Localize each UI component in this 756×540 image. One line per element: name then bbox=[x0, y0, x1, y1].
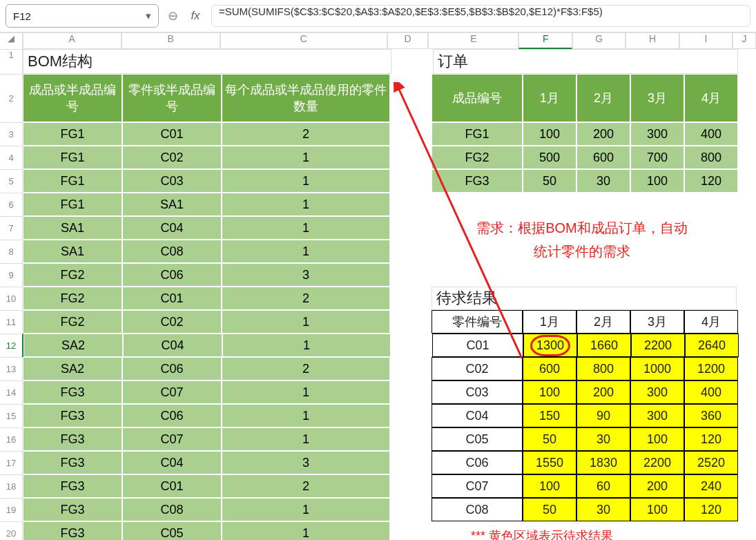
row-header-15[interactable]: 15 bbox=[0, 404, 23, 428]
cell-D19[interactable] bbox=[390, 498, 432, 521]
bom-r10-c[interactable]: 2 bbox=[222, 287, 390, 310]
result-r17-part[interactable]: C06 bbox=[432, 451, 523, 474]
bom-r9-a[interactable]: FG2 bbox=[23, 263, 122, 287]
bom-r5-a[interactable]: FG1 bbox=[23, 169, 122, 193]
col-header-C[interactable]: C bbox=[220, 32, 387, 49]
bom-r20-b[interactable]: C05 bbox=[122, 521, 222, 540]
orders-r5-g[interactable]: 30 bbox=[576, 169, 630, 193]
orders-header-2[interactable]: 2月 bbox=[576, 74, 630, 122]
result-r19-f[interactable]: 50 bbox=[523, 498, 576, 521]
result-r16-f[interactable]: 50 bbox=[523, 427, 576, 451]
cell-D7[interactable] bbox=[390, 216, 432, 240]
result-header-4[interactable]: 4月 bbox=[684, 310, 738, 334]
result-r12-g[interactable]: 1660 bbox=[577, 334, 631, 357]
bom-r3-c[interactable]: 2 bbox=[222, 122, 390, 146]
bom-r10-a[interactable]: FG2 bbox=[23, 287, 122, 310]
bom-r16-c[interactable]: 1 bbox=[222, 427, 390, 451]
result-header-3[interactable]: 3月 bbox=[630, 310, 684, 334]
bom-r4-c[interactable]: 1 bbox=[222, 146, 390, 169]
bom-r11-c[interactable]: 1 bbox=[222, 310, 390, 334]
orders-header-0[interactable]: 成品编号 bbox=[432, 74, 523, 122]
result-r18-i[interactable]: 240 bbox=[684, 474, 738, 498]
bom-r12-a[interactable]: SA2 bbox=[23, 334, 123, 357]
result-r19-part[interactable]: C08 bbox=[432, 498, 523, 521]
bom-r7-b[interactable]: C04 bbox=[122, 216, 222, 240]
col-header-D[interactable]: D bbox=[387, 32, 429, 49]
row-header-5[interactable]: 5 bbox=[0, 169, 23, 193]
cell-D1[interactable] bbox=[391, 49, 433, 74]
row-header-10[interactable]: 10 bbox=[0, 287, 23, 311]
orders-title[interactable]: 订单 bbox=[433, 49, 738, 74]
bom-r11-a[interactable]: FG2 bbox=[23, 310, 122, 334]
bom-r7-c[interactable]: 1 bbox=[222, 216, 390, 240]
orders-header-1[interactable]: 1月 bbox=[523, 74, 576, 122]
result-r14-f[interactable]: 100 bbox=[523, 380, 576, 404]
orders-r4-f[interactable]: 500 bbox=[523, 146, 576, 169]
result-r17-h[interactable]: 2200 bbox=[630, 451, 684, 474]
orders-r3-h[interactable]: 300 bbox=[630, 122, 684, 146]
result-r14-h[interactable]: 300 bbox=[630, 380, 684, 404]
result-header-0[interactable]: 零件编号 bbox=[432, 310, 523, 334]
row-header-8[interactable]: 8 bbox=[0, 240, 23, 264]
result-r13-g[interactable]: 800 bbox=[576, 357, 630, 380]
chevron-down-icon[interactable]: ▾ bbox=[146, 10, 151, 22]
col-header-E[interactable]: E bbox=[428, 32, 518, 49]
cell-D3[interactable] bbox=[390, 122, 432, 146]
bom-r14-a[interactable]: FG3 bbox=[23, 380, 122, 404]
bom-r16-a[interactable]: FG3 bbox=[23, 427, 122, 451]
cell-D6[interactable] bbox=[390, 193, 432, 216]
cell-D11[interactable] bbox=[390, 310, 432, 334]
row-header-17[interactable]: 17 bbox=[0, 451, 23, 475]
result-r17-f[interactable]: 1550 bbox=[523, 451, 576, 474]
bom-r17-c[interactable]: 3 bbox=[222, 451, 390, 474]
bom-r8-c[interactable]: 1 bbox=[222, 240, 390, 263]
row-header-1[interactable]: 1 bbox=[0, 49, 23, 74]
bom-r19-a[interactable]: FG3 bbox=[23, 498, 122, 521]
cell-D20[interactable] bbox=[390, 521, 432, 540]
result-r16-i[interactable]: 120 bbox=[684, 427, 738, 451]
result-r16-g[interactable]: 30 bbox=[576, 427, 630, 451]
orders-r4-h[interactable]: 700 bbox=[630, 146, 684, 169]
bom-r13-b[interactable]: C06 bbox=[122, 357, 222, 380]
bom-r19-b[interactable]: C08 bbox=[122, 498, 222, 521]
cell-D16[interactable] bbox=[390, 427, 432, 451]
bom-r15-a[interactable]: FG3 bbox=[23, 404, 122, 427]
bom-r7-a[interactable]: SA1 bbox=[23, 216, 122, 240]
result-r16-h[interactable]: 100 bbox=[630, 427, 684, 451]
row-header-13[interactable]: 13 bbox=[0, 357, 23, 381]
col-header-H[interactable]: H bbox=[626, 32, 679, 49]
bom-header-0[interactable]: 成品或半成品编号 bbox=[23, 74, 122, 122]
result-r13-h[interactable]: 1000 bbox=[630, 357, 684, 380]
spreadsheet-grid[interactable]: ◢ A B C D E F G H I J 1 BOM结构 订单 2 成品或半成… bbox=[0, 32, 756, 540]
orders-r5-f[interactable]: 50 bbox=[523, 169, 576, 193]
row-header-6[interactable]: 6 bbox=[0, 193, 23, 217]
bom-r9-c[interactable]: 3 bbox=[222, 263, 390, 287]
formula-input[interactable]: =SUM(SUMIFS($C$3:$C$20,$A$3:$A$20,$E$3:$… bbox=[211, 5, 750, 27]
result-r19-i[interactable]: 120 bbox=[684, 498, 738, 521]
result-r13-part[interactable]: C02 bbox=[432, 357, 523, 380]
row-header-7[interactable]: 7 bbox=[0, 216, 23, 240]
col-header-A[interactable]: A bbox=[23, 32, 122, 49]
cell-D8[interactable] bbox=[390, 240, 432, 263]
cell-D13[interactable] bbox=[390, 357, 432, 380]
col-header-B[interactable]: B bbox=[122, 32, 220, 49]
bom-r17-a[interactable]: FG3 bbox=[23, 451, 122, 474]
bom-r3-b[interactable]: C01 bbox=[122, 122, 222, 146]
cell-D15[interactable] bbox=[390, 404, 432, 427]
result-header-1[interactable]: 1月 bbox=[523, 310, 576, 334]
result-r18-part[interactable]: C07 bbox=[432, 474, 523, 498]
orders-r3-f[interactable]: 100 bbox=[523, 122, 576, 146]
orders-r4-i[interactable]: 800 bbox=[684, 146, 738, 169]
bom-r17-b[interactable]: C04 bbox=[122, 451, 222, 474]
bom-r6-b[interactable]: SA1 bbox=[122, 193, 222, 216]
result-r15-i[interactable]: 360 bbox=[684, 404, 738, 427]
bom-r16-b[interactable]: C07 bbox=[122, 427, 222, 451]
select-all-corner[interactable]: ◢ bbox=[0, 32, 23, 49]
result-r17-g[interactable]: 1830 bbox=[576, 451, 630, 474]
bom-r18-b[interactable]: C01 bbox=[122, 474, 222, 498]
result-r14-g[interactable]: 200 bbox=[576, 380, 630, 404]
result-r18-h[interactable]: 200 bbox=[630, 474, 684, 498]
orders-r3-e[interactable]: FG1 bbox=[432, 122, 523, 146]
result-r19-h[interactable]: 100 bbox=[630, 498, 684, 521]
result-r19-g[interactable]: 30 bbox=[576, 498, 630, 521]
